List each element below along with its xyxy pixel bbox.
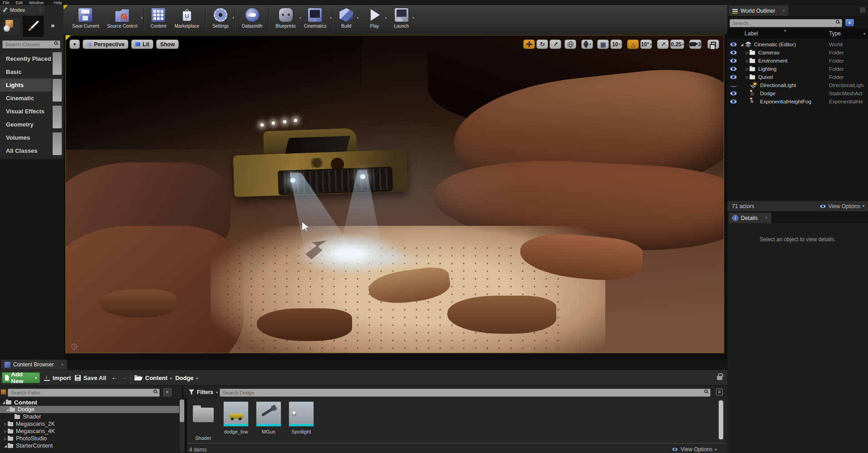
category-visual-effects[interactable]: Visual Effects: [0, 105, 52, 118]
visibility-eye-icon[interactable]: [730, 67, 737, 71]
label-column-header[interactable]: Label: [745, 30, 758, 37]
datasmith-button[interactable]: Datasmith: [238, 5, 266, 29]
settings-button[interactable]: ▾ Settings: [208, 5, 233, 29]
scale-snapping-toggle[interactable]: ↗: [657, 39, 669, 49]
light-asset-thumbnail[interactable]: [53, 79, 62, 102]
visibility-eye-icon[interactable]: [730, 91, 737, 96]
close-icon[interactable]: ×: [765, 215, 768, 220]
place-mode-button[interactable]: [2, 17, 21, 36]
launch-button[interactable]: ▾ Launch: [390, 5, 413, 29]
expander-icon[interactable]: ◢: [740, 43, 744, 47]
maximize-viewport-button[interactable]: [707, 39, 719, 49]
perspective-button[interactable]: Perspective: [83, 39, 128, 49]
category-recently-placed[interactable]: Recently Placed: [0, 52, 52, 65]
world-local-toggle[interactable]: [564, 39, 576, 49]
breadcrumb-dodge[interactable]: Dodge: [175, 375, 193, 381]
content-button[interactable]: Content: [147, 5, 171, 29]
viewport-options-dropdown[interactable]: ▼: [69, 39, 80, 49]
expander-icon[interactable]: ▷: [745, 75, 750, 79]
category-basic[interactable]: Basic: [0, 65, 52, 78]
view-toggle-icon[interactable]: ≡: [163, 388, 172, 396]
scale-tool-button[interactable]: ↗: [549, 39, 561, 49]
light-asset-thumbnail[interactable]: [53, 52, 62, 75]
save-all-button[interactable]: Save All: [75, 375, 106, 381]
expander-icon[interactable]: ◢: [1, 400, 6, 404]
visibility-eye-icon[interactable]: [730, 50, 737, 55]
close-icon[interactable]: ×: [782, 8, 785, 13]
search-assets-input[interactable]: [220, 389, 711, 397]
build-button[interactable]: ▾ Build: [335, 5, 357, 29]
settings-icon[interactable]: ≣: [716, 389, 723, 395]
expander-icon[interactable]: ▷: [745, 59, 750, 63]
blueprints-button[interactable]: ▾ Blueprints: [271, 5, 299, 29]
paint-mode-button[interactable]: [23, 16, 44, 37]
save-current-button[interactable]: Save Current: [68, 5, 103, 29]
dropdown-arrow-icon[interactable]: ▾: [357, 16, 358, 20]
expander-icon[interactable]: ▷: [3, 429, 8, 434]
category-volumes[interactable]: Volumes: [0, 131, 52, 144]
sources-panel-icon[interactable]: [1, 390, 6, 395]
dropdown-arrow-icon[interactable]: ▾: [385, 16, 387, 20]
tree-item-shader[interactable]: Shader: [0, 413, 179, 420]
rotation-snapping-toggle[interactable]: △: [627, 39, 639, 49]
add-actor-button[interactable]: +: [845, 19, 854, 26]
tree-item-photostudio[interactable]: ▷ PhotoStudio: [0, 435, 179, 442]
show-button[interactable]: Show: [156, 39, 179, 49]
category-geometry[interactable]: Geometry: [0, 118, 52, 131]
tree-item-megascans-2k[interactable]: ▷ Megascans_2K: [0, 420, 179, 428]
back-arrow-icon[interactable]: ←: [111, 373, 118, 381]
outliner-row[interactable]: ▷ Quixel Folder: [727, 73, 868, 81]
viewport-help-icon[interactable]: ?: [71, 344, 77, 350]
outliner-search-input[interactable]: [730, 19, 842, 27]
details-tab[interactable]: i Details ×: [729, 213, 771, 223]
breadcrumb-content[interactable]: Content: [145, 375, 167, 381]
outliner-row[interactable]: ≈ ExponentialHeightFog ExponentialHe: [727, 97, 868, 106]
cb-view-options-button[interactable]: View Options ▾: [672, 446, 717, 453]
import-button[interactable]: Import: [44, 375, 71, 381]
rotation-snap-value-dropdown[interactable]: 10°▾: [640, 39, 652, 49]
3d-viewport[interactable]: ? ▼ Perspective Lit Show ↻ ↗ ▾ ▦ 10▾ △ 1…: [65, 35, 724, 353]
visibility-eye-closed-icon[interactable]: [730, 84, 737, 87]
outliner-row[interactable]: ◢ Cinematic (Editor) World: [727, 40, 868, 49]
content-browser-tab[interactable]: Content Browser ×: [1, 360, 67, 370]
visibility-eye-icon[interactable]: [730, 58, 737, 63]
category-all-classes[interactable]: All Classes: [0, 144, 52, 157]
expander-icon[interactable]: ◢: [5, 408, 10, 412]
tree-item-content[interactable]: ◢ Content: [0, 399, 179, 406]
source-control-button[interactable]: ▾ Source Control: [103, 5, 142, 29]
tree-item-megascans-4k[interactable]: ▷ Megascans_4K: [0, 428, 179, 435]
asset-tile-shader[interactable]: Shader: [191, 401, 216, 441]
forward-arrow-icon[interactable]: →: [121, 373, 128, 381]
close-icon[interactable]: ×: [61, 362, 64, 367]
panel-options-icon[interactable]: [860, 7, 865, 13]
expander-icon[interactable]: ▷: [745, 67, 750, 71]
sort-ascending-icon[interactable]: ▲: [784, 29, 787, 32]
expander-icon[interactable]: ▷: [3, 422, 8, 426]
tree-item-startercontent[interactable]: ◢ StarterContent: [0, 442, 179, 449]
outliner-row[interactable]: DirectionalLight DirectionalLigh: [727, 81, 868, 89]
light-asset-thumbnail[interactable]: [53, 106, 62, 128]
filters-button[interactable]: Filters ▾: [189, 389, 218, 395]
lit-button[interactable]: Lit: [131, 39, 153, 49]
expander-icon[interactable]: ▷: [745, 51, 750, 55]
modes-tab[interactable]: Modes ×: [0, 5, 44, 15]
menu-help[interactable]: Help: [54, 0, 62, 5]
grid-snap-value-dropdown[interactable]: 10▾: [610, 39, 622, 49]
rotate-tool-button[interactable]: ↻: [536, 39, 548, 49]
menu-edit[interactable]: Edit: [16, 0, 23, 5]
asset-tile-spotlight[interactable]: Spotlight: [289, 401, 314, 434]
type-filter-icon[interactable]: ▾: [863, 32, 865, 36]
surface-snapping-button[interactable]: ▾: [581, 39, 593, 49]
move-tool-button[interactable]: [523, 39, 535, 49]
asset-tile-dodge-low[interactable]: dodge_low: [223, 401, 249, 434]
outliner-row[interactable]: ▷ Environment Folder: [727, 57, 868, 65]
outliner-row[interactable]: ⌂ Dodge StaticMeshAct: [727, 89, 868, 97]
search-classes-input[interactable]: [2, 40, 60, 49]
type-column-header[interactable]: Type: [829, 30, 841, 37]
tree-item-dodge[interactable]: ◢ Dodge: [0, 406, 179, 413]
camera-speed-button[interactable]: 3: [689, 39, 701, 49]
dropdown-arrow-icon[interactable]: ▾: [232, 16, 234, 20]
visibility-eye-icon[interactable]: [730, 75, 737, 79]
asset-scrollbar[interactable]: [719, 400, 723, 441]
dropdown-arrow-icon[interactable]: ▾: [412, 16, 414, 20]
